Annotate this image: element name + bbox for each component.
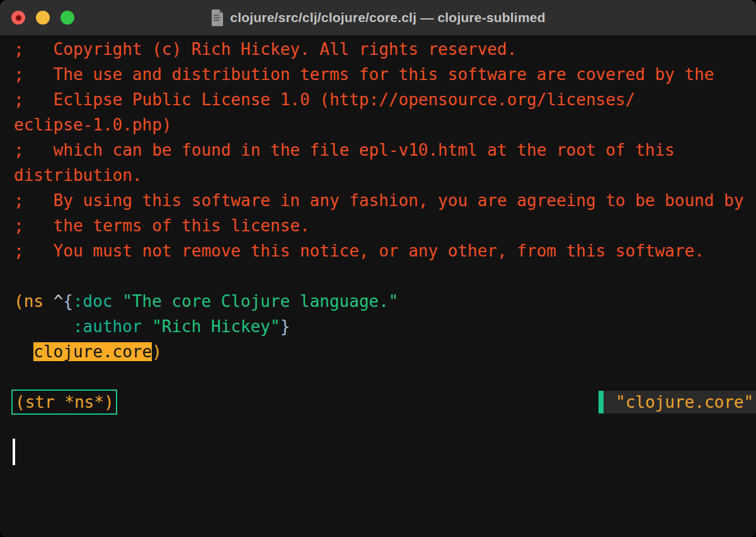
code-segment-comment: ; You must not remove this notice, or an… — [14, 241, 704, 260]
titlebar[interactable]: clojure/src/clj/clojure/core.clj — cloju… — [0, 0, 756, 35]
code-line[interactable]: ; You must not remove this notice, or an… — [0, 238, 756, 263]
code-segment-plain — [14, 317, 73, 336]
code-line[interactable]: ; Copyright (c) Rich Hickey. All rights … — [0, 37, 756, 62]
code-segment-comment: ; Copyright (c) Rich Hickey. All rights … — [14, 40, 517, 59]
code-segment-comment: distribution. — [14, 166, 142, 185]
unsaved-changes-dot-icon — [16, 15, 21, 21]
eval-result-text: "clojure.core" — [604, 391, 753, 413]
code-line[interactable]: clojure.core) — [0, 339, 756, 364]
code-segment-string: "Rich Hickey" — [152, 317, 280, 336]
code-segment-evalbox: (str *ns*) — [11, 390, 117, 415]
code-segment-comment: eclipse-1.0.php) — [14, 115, 171, 134]
code-segment-comment: ; which can be found in the file epl-v10… — [14, 141, 675, 159]
code-segment-comment: ; The use and distribution terms for thi… — [14, 65, 714, 84]
code-segment-comment: ; By using this software in any fashion,… — [14, 191, 743, 210]
app-window: clojure/src/clj/clojure/core.clj — cloju… — [0, 0, 756, 537]
code-line[interactable]: :author "Rich Hickey"} — [0, 314, 756, 339]
code-line[interactable] — [0, 364, 756, 390]
code-line[interactable]: eclipse-1.0.php) — [0, 112, 756, 137]
code-segment-brace: } — [280, 317, 290, 336]
window-title: clojure/src/clj/clojure/core.clj — cloju… — [230, 10, 545, 25]
code-line[interactable] — [0, 440, 756, 465]
code-line[interactable]: ; Eclipse Public License 1.0 (http://ope… — [0, 87, 756, 112]
code-segment-comment: ; Eclipse Public License 1.0 (http://ope… — [14, 90, 635, 109]
code-segment-meta: ^ — [54, 292, 64, 311]
window-controls — [0, 11, 74, 25]
zoom-button[interactable] — [60, 11, 74, 25]
eval-result-bar-icon — [598, 391, 604, 413]
code-segment-string: "The core Clojure language." — [122, 292, 398, 311]
text-cursor — [13, 439, 15, 465]
code-editor[interactable]: ; Copyright (c) Rich Hickey. All rights … — [0, 35, 756, 537]
minimize-button[interactable] — [36, 11, 50, 25]
code-segment-plain — [113, 292, 123, 311]
code-segment-keyword: :author — [73, 317, 142, 336]
code-segment-plain — [142, 317, 152, 336]
code-line[interactable]: ; which can be found in the file epl-v10… — [0, 137, 756, 163]
code-line[interactable] — [0, 415, 756, 440]
code-segment-keyword: :doc — [73, 292, 113, 311]
code-line[interactable]: distribution. — [0, 163, 756, 188]
code-line[interactable] — [0, 263, 756, 289]
code-segment-plain — [14, 342, 33, 361]
code-segment-comment: ; the terms of this license. — [14, 216, 310, 235]
close-button[interactable] — [11, 11, 25, 25]
code-line[interactable]: ; the terms of this license. — [0, 213, 756, 238]
code-line[interactable]: ; The use and distribution terms for thi… — [0, 62, 756, 87]
window-title-area: clojure/src/clj/clojure/core.clj — cloju… — [0, 0, 756, 35]
code-segment-brace: { — [63, 292, 73, 311]
code-line[interactable]: ; By using this software in any fashion,… — [0, 188, 756, 213]
code-segment-amber: ) — [152, 342, 162, 361]
eval-result-panel: "clojure.core" — [598, 391, 756, 413]
code-line[interactable]: (ns ^{:doc "The core Clojure language." — [0, 289, 756, 314]
code-segment-amber: (ns — [14, 292, 54, 311]
code-segment-highlight: clojure.core — [33, 342, 152, 361]
document-icon — [210, 9, 224, 26]
